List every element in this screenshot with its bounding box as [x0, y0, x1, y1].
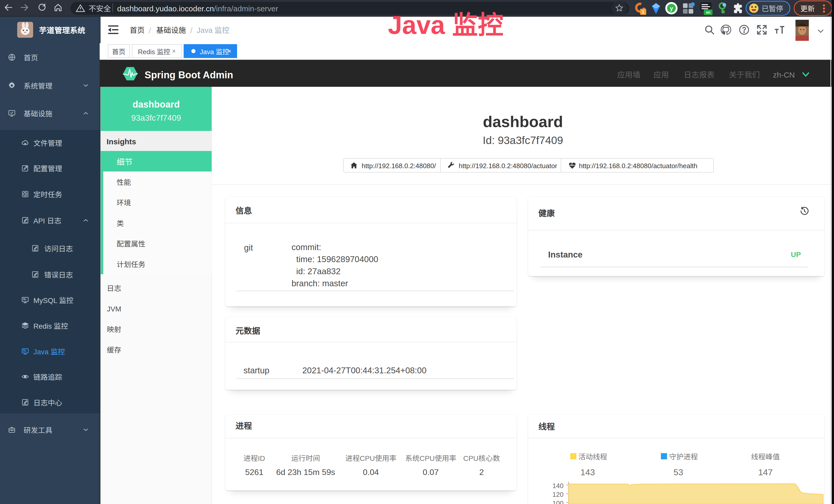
svg-text:1: 1 — [642, 8, 644, 15]
svg-text:y: y — [670, 4, 673, 12]
svg-text:on: on — [706, 9, 710, 15]
